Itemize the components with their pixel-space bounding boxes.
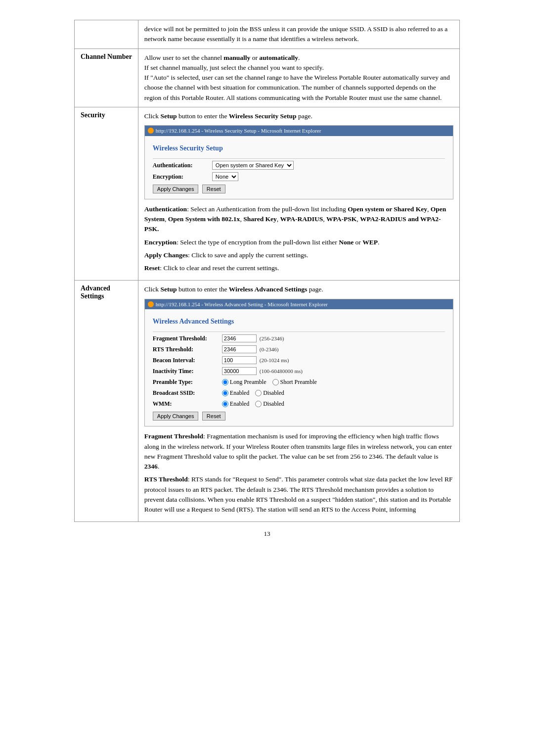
security-browser-content: Wireless Security Setup Authentication: … <box>145 138 453 199</box>
security-browser-bar: http://192.168.1.254 - Wireless Security… <box>145 126 453 136</box>
fragment-input[interactable] <box>222 334 257 342</box>
rts-input[interactable] <box>222 345 257 353</box>
bssid-enabled-radio[interactable] <box>222 390 228 396</box>
inactivity-input[interactable] <box>222 367 257 375</box>
advanced-intro: Click Setup button to enter the Wireless… <box>144 284 453 294</box>
bssid-enabled-option[interactable]: Enabled <box>222 388 249 397</box>
advanced-btn-row: Apply Changes Reset <box>153 411 445 421</box>
beacon-row: Beacon Interval: (20-1024 ms) <box>153 356 445 365</box>
security-apply-button[interactable]: Apply Changes <box>153 185 199 193</box>
security-intro: Click Setup button to enter the Wireless… <box>144 111 453 121</box>
auth-label: Authentication: <box>153 161 212 170</box>
advanced-browser-bar: http://192.168.1.254 - Wireless Advanced… <box>145 299 453 310</box>
browser-icon <box>148 128 154 134</box>
advanced-browser-frame: http://192.168.1.254 - Wireless Advanced… <box>144 299 453 427</box>
preamble-short-radio[interactable] <box>272 379 279 385</box>
security-row: Security Click Setup button to enter the… <box>75 107 460 281</box>
bssid-disabled-radio[interactable] <box>255 390 262 396</box>
channel-row: Channel Number Allow user to set the cha… <box>75 48 460 107</box>
top-content-cell: device will not be permitted to join the… <box>138 20 459 49</box>
enc-select[interactable]: None <box>212 172 238 181</box>
wmm-label: WMM: <box>153 399 222 408</box>
top-text: device will not be permitted to join the… <box>144 25 447 43</box>
security-browser-frame: http://192.168.1.254 - Wireless Security… <box>144 125 453 199</box>
auth-select[interactable]: Open system or Shared Key <box>212 161 294 170</box>
rts-label: RTS Threshold: <box>153 345 222 354</box>
advanced-label: AdvancedSettings <box>75 281 138 522</box>
advanced-browser-content: Wireless Advanced Settings Fragment Thre… <box>145 311 453 426</box>
preamble-label: Preamble Type: <box>153 378 222 386</box>
advanced-content: Click Setup button to enter the Wireless… <box>138 281 459 522</box>
fragment-range: (256-2346) <box>260 334 284 343</box>
channel-label: Channel Number <box>75 48 138 107</box>
beacon-input[interactable] <box>222 356 257 364</box>
security-dialog-title: Wireless Security Setup <box>153 143 445 153</box>
advanced-row: AdvancedSettings Click Setup button to e… <box>75 281 460 522</box>
advanced-dialog-title: Wireless Advanced Settings <box>153 316 445 327</box>
bssid-radio-group: Enabled Disabled <box>222 388 284 397</box>
inactivity-row: Inactivity Time: (100-60480000 ms) <box>153 367 445 376</box>
wmm-enabled-option[interactable]: Enabled <box>222 399 249 408</box>
preamble-long-option[interactable]: Long Preamble <box>222 378 267 386</box>
top-row: device will not be permitted to join the… <box>75 20 460 49</box>
page-number: 13 <box>74 530 460 538</box>
advanced-browser-icon <box>148 301 154 307</box>
fragment-desc: Fragment Threshold: Fragmentation mechan… <box>144 431 453 472</box>
rts-range: (0-2346) <box>260 345 279 354</box>
wmm-enabled-radio[interactable] <box>222 401 228 407</box>
advanced-apply-button[interactable]: Apply Changes <box>153 412 199 421</box>
page: device will not be permitted to join the… <box>74 10 460 548</box>
apply-desc: Apply Changes: Click to save and apply t… <box>144 250 453 260</box>
fragment-label: Fragment Threshold: <box>153 334 222 343</box>
reset-desc: Reset: Click to clear and reset the curr… <box>144 263 453 273</box>
bssid-disabled-option[interactable]: Disabled <box>255 388 284 397</box>
wmm-radio-group: Enabled Disabled <box>222 399 284 408</box>
preamble-short-option[interactable]: Short Preamble <box>272 378 317 386</box>
preamble-long-radio[interactable] <box>222 379 228 385</box>
security-label: Security <box>75 107 138 281</box>
channel-content: Allow user to set the channel manually o… <box>138 48 459 107</box>
bssid-row: Broadcast SSID: Enabled Disabled <box>153 388 445 397</box>
security-reset-button[interactable]: Reset <box>202 185 225 193</box>
enc-label: Encryption: <box>153 172 212 181</box>
fragment-row: Fragment Threshold: (256-2346) <box>153 334 445 343</box>
main-table: device will not be permitted to join the… <box>74 20 460 522</box>
enc-field-row: Encryption: None <box>153 172 445 181</box>
security-content: Click Setup button to enter the Wireless… <box>138 107 459 281</box>
rts-desc: RTS Threshold: RTS stands for "Request t… <box>144 474 453 515</box>
wmm-row: WMM: Enabled Disabled <box>153 399 445 408</box>
enc-desc: Encryption: Select the type of encryptio… <box>144 237 453 247</box>
inactivity-range: (100-60480000 ms) <box>260 367 303 376</box>
bssid-label: Broadcast SSID: <box>153 388 222 397</box>
beacon-label: Beacon Interval: <box>153 356 222 365</box>
inactivity-label: Inactivity Time: <box>153 367 222 376</box>
rts-row: RTS Threshold: (0-2346) <box>153 345 445 354</box>
auth-desc: Authentication: Select an Authentication… <box>144 204 453 235</box>
wmm-disabled-option[interactable]: Disabled <box>255 399 284 408</box>
security-btn-row: Apply Changes Reset <box>153 184 445 194</box>
advanced-reset-button[interactable]: Reset <box>202 412 225 421</box>
beacon-range: (20-1024 ms) <box>260 356 289 365</box>
top-label-cell <box>75 20 138 49</box>
wmm-disabled-radio[interactable] <box>255 401 262 407</box>
preamble-radio-group: Long Preamble Short Preamble <box>222 378 317 386</box>
preamble-row: Preamble Type: Long Preamble Short Pream… <box>153 378 445 386</box>
auth-field-row: Authentication: Open system or Shared Ke… <box>153 161 445 170</box>
